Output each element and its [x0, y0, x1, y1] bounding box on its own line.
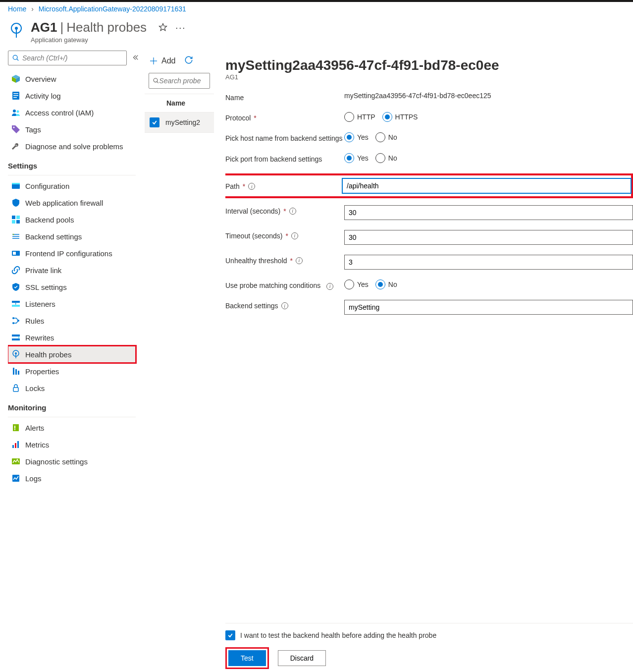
breadcrumb: Home › Microsoft.ApplicationGateway-2022…: [0, 2, 633, 16]
alerts-icon: [11, 423, 20, 432]
radio-https[interactable]: HTTPS: [382, 112, 418, 122]
page-title: AG1 | Health probes: [31, 20, 147, 35]
section-name: Health probes: [66, 20, 147, 35]
radio-label: No: [388, 154, 397, 162]
info-icon[interactable]: i: [291, 232, 298, 239]
svg-rect-21: [16, 220, 20, 224]
sidebar-item-health-probes[interactable]: Health probes: [8, 346, 136, 363]
sidebar-search-input[interactable]: [22, 54, 122, 62]
sidebar-item-web-application-firewall[interactable]: Web application firewall: [8, 194, 136, 211]
sidebar-item-label: Health probes: [25, 350, 71, 359]
sidebar-item-locks[interactable]: Locks: [8, 380, 136, 396]
refresh-button[interactable]: [184, 56, 193, 66]
radio-label: Yes: [357, 280, 369, 288]
info-icon[interactable]: i: [289, 208, 296, 215]
svg-rect-17: [12, 183, 20, 184]
sidebar-item-label: Rewrites: [25, 334, 54, 342]
sidebar-item-logs[interactable]: Logs: [8, 470, 136, 487]
test-button[interactable]: Test: [228, 650, 266, 666]
sidebar-item-tags[interactable]: Tags: [8, 121, 136, 138]
more-icon[interactable]: ···: [175, 23, 186, 33]
row-name: mySetting2: [165, 118, 200, 126]
svg-marker-29: [15, 303, 16, 305]
ssl-icon: [11, 282, 20, 291]
sidebar-item-frontend-ip-configurations[interactable]: Frontend IP configurations: [8, 245, 136, 262]
sidebar-item-access-control-iam-[interactable]: Access control (IAM): [8, 104, 136, 121]
sidebar-item-listeners[interactable]: Listeners: [8, 295, 136, 312]
select-backend[interactable]: [344, 300, 633, 315]
radio-http-label: HTTP: [357, 113, 375, 121]
sidebar-item-diagnostic-settings[interactable]: Diagnostic settings: [8, 453, 136, 470]
input-interval[interactable]: [344, 205, 633, 220]
radio-https-label: HTTPS: [395, 113, 418, 121]
label-timeout: Timeout (seconds): [225, 231, 282, 240]
radio-host-yes[interactable]: Yes: [344, 132, 369, 142]
label-protocol: Protocol: [225, 113, 251, 122]
svg-rect-39: [13, 368, 14, 375]
search-icon: [12, 55, 19, 61]
svg-rect-19: [16, 216, 20, 219]
refresh-icon: [184, 56, 193, 64]
label-threshold: Unhealthy threshold: [225, 256, 287, 265]
favorite-icon[interactable]: [158, 23, 167, 33]
svg-rect-40: [15, 369, 17, 375]
radio-match-no[interactable]: No: [375, 280, 397, 289]
input-timeout[interactable]: [344, 230, 633, 245]
test-button-highlight: Test: [225, 647, 269, 669]
chevron-right-icon: ›: [28, 5, 37, 13]
sidebar-item-label: Metrics: [25, 441, 49, 449]
config-icon: [11, 181, 20, 190]
add-button[interactable]: Add: [150, 56, 175, 65]
row-checkbox[interactable]: [150, 117, 159, 127]
sidebar-item-overview[interactable]: Overview: [8, 70, 136, 87]
radio-port-no[interactable]: No: [375, 153, 397, 163]
sidebar-item-diagnose-and-solve-problems[interactable]: Diagnose and solve problems: [8, 138, 136, 155]
listeners-icon: [11, 299, 20, 308]
input-path[interactable]: [342, 178, 631, 193]
search-icon: [153, 77, 159, 84]
tags-icon: [11, 125, 20, 134]
discard-button[interactable]: Discard: [278, 650, 326, 666]
breadcrumb-parent[interactable]: Microsoft.ApplicationGateway-20220809171…: [39, 5, 186, 13]
page-header: AG1 | Health probes Application gateway …: [0, 16, 633, 51]
sidebar-item-label: Rules: [25, 317, 44, 325]
sidebar-item-ssl-settings[interactable]: SSL settings: [8, 279, 136, 295]
svg-rect-33: [12, 335, 20, 336]
radio-host-no[interactable]: No: [375, 132, 397, 142]
radio-port-yes[interactable]: Yes: [344, 153, 369, 163]
table-search-input[interactable]: [159, 77, 206, 85]
sidebar-item-rewrites[interactable]: Rewrites: [8, 329, 136, 346]
table-row[interactable]: mySetting2: [145, 112, 214, 133]
sidebar-item-configuration[interactable]: Configuration: [8, 177, 136, 194]
breadcrumb-home[interactable]: Home: [8, 5, 26, 13]
panel-footer: I want to test the backend health before…: [225, 623, 633, 672]
svg-rect-20: [12, 220, 15, 224]
info-icon[interactable]: i: [248, 183, 255, 190]
table-search[interactable]: [149, 73, 210, 89]
input-threshold[interactable]: [344, 255, 633, 270]
svg-rect-11: [13, 95, 18, 96]
resource-name: AG1: [31, 20, 57, 35]
collapse-sidebar-icon[interactable]: [132, 54, 139, 62]
add-label: Add: [161, 56, 175, 65]
svg-rect-43: [13, 424, 19, 431]
info-icon[interactable]: i: [326, 283, 333, 290]
radio-http[interactable]: HTTP: [344, 112, 375, 122]
test-checkbox[interactable]: [225, 630, 235, 640]
info-icon[interactable]: i: [296, 257, 303, 264]
sidebar-item-backend-settings[interactable]: Backend settings: [8, 228, 136, 245]
sidebar-item-alerts[interactable]: Alerts: [8, 419, 136, 436]
sidebar-item-private-link[interactable]: Private link: [8, 262, 136, 279]
sidebar-item-properties[interactable]: Properties: [8, 363, 136, 380]
info-icon[interactable]: i: [281, 302, 288, 309]
sidebar-item-rules[interactable]: Rules: [8, 312, 136, 329]
table-header-name[interactable]: Name: [145, 94, 214, 112]
sidebar-search[interactable]: [8, 51, 127, 65]
sidebar-item-backend-pools[interactable]: Backend pools: [8, 211, 136, 228]
panel-title: mySetting2aa43956-47cf-4f91-bd78-ec0ee: [225, 57, 633, 73]
sidebar-item-label: Overview: [25, 75, 56, 83]
radio-match-yes[interactable]: Yes: [344, 280, 369, 289]
sidebar-item-activity-log[interactable]: Activity log: [8, 87, 136, 104]
sidebar-item-metrics[interactable]: Metrics: [8, 436, 136, 453]
sidebar: OverviewActivity logAccess control (IAM)…: [0, 51, 145, 672]
